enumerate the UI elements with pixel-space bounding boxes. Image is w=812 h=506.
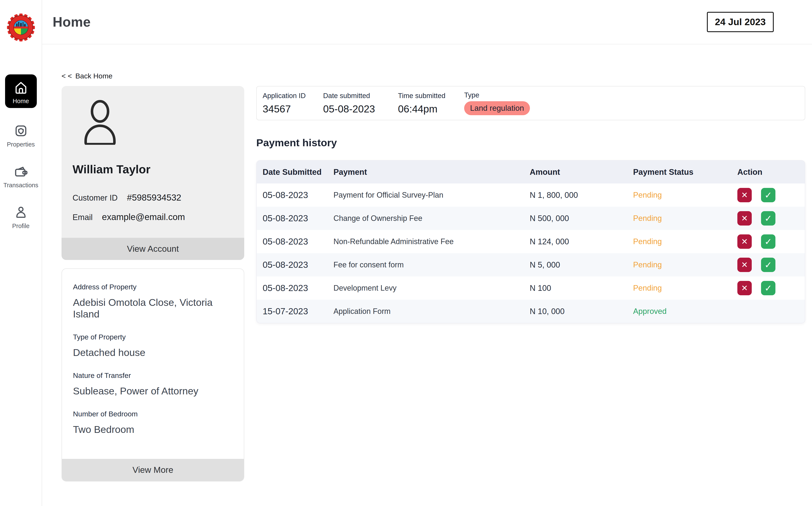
property-field-label: Number of Bedroom (73, 410, 235, 418)
property-field-label: Address of Property (73, 283, 235, 291)
row-payment: Payment for Official Survey-Plan (333, 191, 530, 199)
row-amount: N 100 (530, 284, 633, 293)
reject-button[interactable]: ✕ (737, 211, 752, 226)
application-field: Time submitted 06:44pm (398, 92, 464, 115)
row-date: 05-08-2023 (257, 213, 333, 224)
sidebar-item-label: Properties (7, 141, 35, 148)
col-amount: Amount (530, 168, 633, 177)
content-area: < < Back Home William Taylor Customer ID… (42, 45, 812, 482)
approve-button[interactable]: ✓ (761, 211, 776, 226)
user-card: William Taylor Customer ID #5985934532 E… (62, 86, 244, 260)
row-date: 05-08-2023 (257, 283, 333, 293)
user-avatar-icon (79, 100, 121, 145)
view-account-button[interactable]: View Account (62, 238, 244, 260)
email-value: example@email.com (102, 212, 185, 222)
table-row: 15-07-2023 Application Form N 10, 000 Ap… (257, 300, 805, 323)
row-actions: ✕ ✓ (737, 258, 805, 272)
profile-icon (12, 203, 30, 221)
lsdpc-gear-emblem-icon (7, 13, 35, 41)
table-row: 05-08-2023 Payment for Official Survey-P… (257, 183, 805, 207)
row-actions: ✕ ✓ (737, 211, 805, 226)
email-row: Email example@email.com (73, 212, 244, 222)
property-field-value: Sublease, Power of Attorney (73, 385, 235, 397)
reject-button[interactable]: ✕ (737, 258, 752, 272)
row-payment: Non-Refundable Administrative Fee (333, 237, 530, 246)
reject-button[interactable]: ✕ (737, 188, 752, 202)
row-payment: Application Form (333, 307, 530, 316)
property-field-value: Detached house (73, 347, 235, 358)
properties-icon (12, 122, 30, 140)
reject-button[interactable]: ✕ (737, 234, 752, 249)
table-row: 05-08-2023 Development Levy N 100 Pendin… (257, 276, 805, 300)
table-body: 05-08-2023 Payment for Official Survey-P… (257, 183, 805, 323)
approve-button[interactable]: ✓ (761, 188, 776, 202)
col-payment: Payment (333, 168, 530, 177)
row-payment: Development Levy (333, 284, 530, 292)
application-field: Application ID 34567 (263, 92, 323, 115)
row-status: Pending (633, 237, 737, 246)
row-date: 15-07-2023 (257, 306, 333, 316)
back-chevrons-icon: < < (62, 72, 72, 80)
sidebar-item-home[interactable]: Home (5, 74, 37, 108)
page-title: Home (53, 14, 91, 30)
approve-button[interactable]: ✓ (761, 258, 776, 272)
sidebar-nav: Home Properties Transactions (0, 74, 42, 244)
property-field-label: Nature of Transfer (73, 371, 235, 380)
property-field-value: Adebisi Omotola Close, Victoria Island (73, 297, 235, 320)
row-status: Pending (633, 284, 737, 292)
property-field-value: Two Bedroom (73, 424, 235, 435)
sidebar-item-properties[interactable]: Properties (5, 122, 37, 148)
application-field-value: 06:44pm (398, 103, 464, 115)
row-amount: N 1, 800, 000 (530, 191, 633, 200)
row-date: 05-08-2023 (257, 260, 333, 270)
row-status: Pending (633, 191, 737, 199)
view-more-button[interactable]: View More (62, 459, 244, 481)
date-display[interactable]: 24 Jul 2023 (707, 12, 774, 32)
customer-id-row: Customer ID #5985934532 (73, 192, 244, 203)
property-field-label: Type of Property (73, 333, 235, 341)
sidebar-item-label: Profile (12, 223, 29, 230)
row-status: Approved (633, 307, 737, 316)
back-home-label: Back Home (75, 72, 112, 80)
payment-history-title: Payment history (256, 137, 805, 149)
approve-button[interactable]: ✓ (761, 281, 776, 295)
customer-id-value: #5985934532 (127, 192, 181, 203)
sidebar-item-transactions[interactable]: Transactions (5, 163, 37, 189)
approve-button[interactable]: ✓ (761, 234, 776, 249)
sidebar: Home Properties Transactions (0, 0, 42, 506)
lsdpc-logo[interactable] (7, 13, 35, 41)
top-header: Home 24 Jul 2023 (42, 0, 812, 45)
row-actions: ✕ ✓ (737, 281, 805, 295)
application-field-value: 34567 (263, 103, 323, 115)
row-amount: N 5, 000 (530, 260, 633, 269)
sidebar-item-profile[interactable]: Profile (5, 203, 37, 230)
payment-history-table: Date Submitted Payment Amount Payment St… (256, 160, 805, 323)
row-actions: ✕ ✓ (737, 188, 805, 202)
application-field-label: Time submitted (398, 92, 464, 100)
row-amount: N 500, 000 (530, 214, 633, 223)
row-payment: Fee for consent form (333, 260, 530, 269)
sidebar-item-label: Home (13, 98, 29, 105)
reject-button[interactable]: ✕ (737, 281, 752, 295)
row-date: 05-08-2023 (257, 237, 333, 247)
table-row: 05-08-2023 Change of Ownership Fee N 500… (257, 207, 805, 230)
property-field: Number of Bedroom Two Bedroom (73, 410, 235, 435)
home-icon (12, 79, 30, 96)
table-row: 05-08-2023 Fee for consent form N 5, 000… (257, 253, 805, 276)
property-field: Type of Property Detached house (73, 333, 235, 358)
row-status: Pending (633, 214, 737, 223)
property-fields: Address of Property Adebisi Omotola Clos… (62, 269, 244, 450)
customer-id-label: Customer ID (73, 193, 117, 202)
back-home-link[interactable]: < < Back Home (62, 72, 112, 80)
row-actions: ✕ ✓ (737, 234, 805, 249)
type-label: Type (464, 91, 539, 99)
wallet-icon (12, 163, 30, 180)
row-amount: N 124, 000 (530, 237, 633, 246)
application-type-field: Type Land regulation (464, 91, 539, 115)
application-field-label: Application ID (263, 92, 323, 100)
table-row: 05-08-2023 Non-Refundable Administrative… (257, 230, 805, 253)
application-field: Date submitted 05-08-2023 (323, 92, 398, 115)
col-payment-status: Payment Status (633, 168, 737, 177)
email-label: Email (73, 213, 93, 222)
row-amount: N 10, 000 (530, 307, 633, 316)
